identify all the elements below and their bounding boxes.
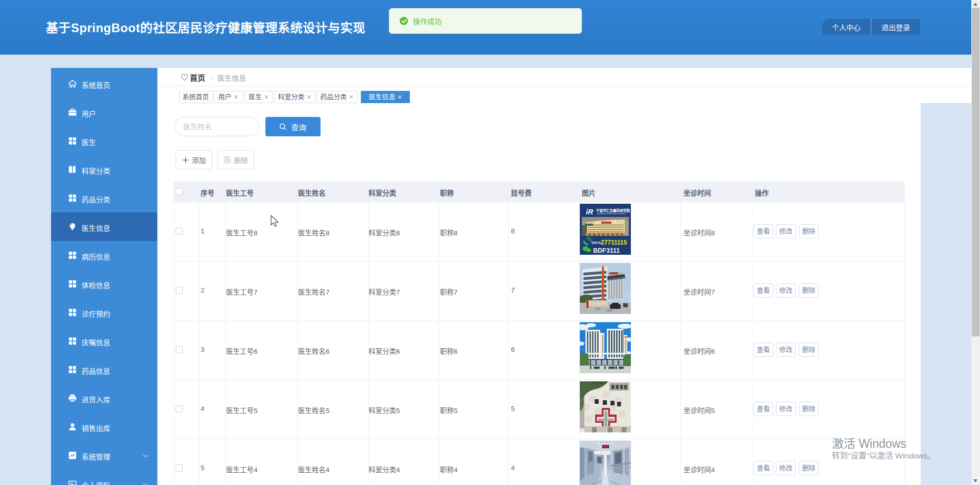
- svg-text:BDF3111: BDF3111: [593, 247, 620, 254]
- svg-text:iR: iR: [586, 208, 594, 216]
- svg-text:宁波华仁白癜风研究院: 宁波华仁白癜风研究院: [596, 208, 630, 213]
- svg-text:27711115: 27711115: [601, 239, 627, 246]
